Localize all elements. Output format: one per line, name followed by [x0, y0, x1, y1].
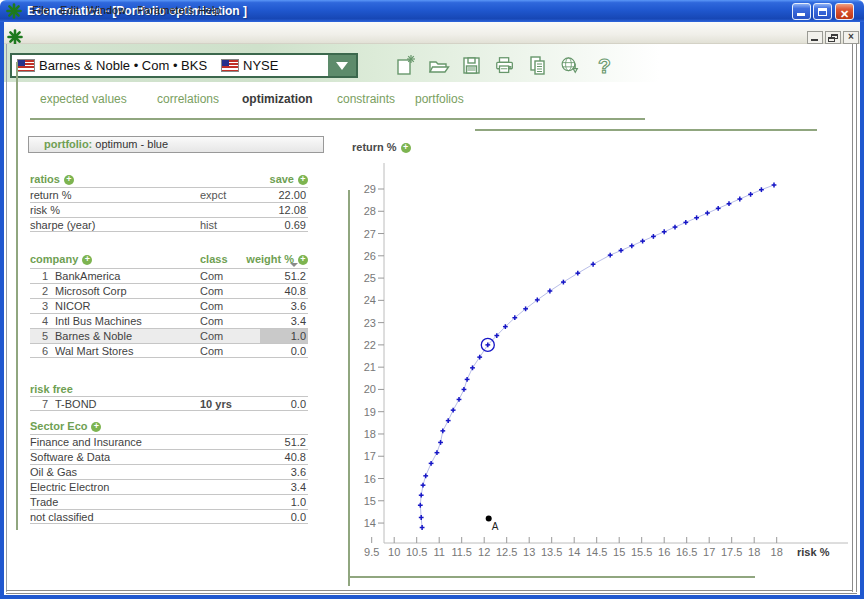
company-row[interactable]: 1BankAmericaCom51.2: [30, 268, 308, 283]
tab-portfolios[interactable]: portfolios: [415, 92, 464, 106]
stock-dropdown-button[interactable]: [328, 55, 356, 76]
company-title: company: [30, 253, 78, 265]
ratio-label: risk %: [30, 204, 200, 216]
open-button[interactable]: [428, 54, 450, 78]
save-button[interactable]: [461, 54, 483, 78]
ratios-row[interactable]: return %expct22.00: [30, 187, 308, 202]
minimize-button[interactable]: [792, 3, 811, 20]
add-icon[interactable]: [64, 175, 74, 185]
window-border-left: [0, 22, 4, 599]
weight-header[interactable]: weight %: [246, 253, 294, 265]
x-tick-label: 17: [703, 546, 715, 558]
company-weight: 40.8: [260, 284, 308, 298]
y-tick-label: 19: [364, 406, 376, 418]
us-flag-icon: [17, 59, 35, 72]
sector-name: Trade: [30, 496, 246, 508]
company-row[interactable]: 5Barnes & NobleCom1.0: [30, 328, 308, 343]
instrument-name: T-BOND: [55, 398, 200, 410]
tab-optimization[interactable]: optimization: [242, 92, 313, 106]
row-number: 2: [30, 285, 48, 297]
minimize-icon: [811, 39, 818, 41]
mdi-border-left: [6, 44, 7, 592]
window-border-bottom: [0, 595, 864, 599]
menu-file[interactable]: File: [32, 4, 50, 16]
row-number: 3: [30, 300, 48, 312]
company-name: Intl Bus Machines: [55, 315, 200, 327]
svg-text:?: ?: [598, 54, 611, 77]
ratio-value: 22.00: [260, 188, 308, 202]
tab-correlations[interactable]: correlations: [157, 92, 219, 106]
sector-weight: 0.0: [246, 511, 308, 523]
x-tick-label: 12: [478, 546, 490, 558]
y-tick-label: 17: [364, 450, 376, 462]
y-tick-label: 26: [364, 250, 376, 262]
window-border-right: [860, 22, 864, 599]
tab-constraints[interactable]: constraints: [337, 92, 395, 106]
sector-weight: 3.6: [246, 466, 308, 478]
sector-row[interactable]: not classified0.0: [30, 509, 308, 524]
x-tick-label: 10: [388, 546, 400, 558]
company-class: Com: [200, 270, 260, 282]
toolbar-icons: ?: [395, 54, 615, 78]
company-class: Com: [200, 315, 260, 327]
sector-weight: 1.0: [246, 496, 308, 508]
menu-parameters[interactable]: Parameters: [137, 4, 194, 16]
print-button[interactable]: [494, 54, 516, 78]
chevron-down-icon: [336, 62, 348, 70]
menu-help[interactable]: Help: [198, 4, 221, 16]
company-row[interactable]: 4Intl Bus MachinesCom3.4: [30, 313, 308, 328]
ratios-row[interactable]: sharpe (year)hist0.69: [30, 217, 308, 232]
sector-row[interactable]: Finance and Insurance51.2: [30, 434, 308, 449]
mdi-minimize-button[interactable]: [807, 31, 823, 44]
ratio-basis: expct: [200, 189, 260, 201]
export-globe-button[interactable]: [560, 54, 582, 78]
company-weight: 1.0: [260, 329, 308, 343]
x-tick-label: 15.5: [631, 546, 652, 558]
close-button[interactable]: ✕: [835, 3, 854, 20]
new-portfolio-button[interactable]: [395, 54, 417, 78]
save-link[interactable]: save: [270, 173, 294, 185]
mdi-close-button[interactable]: ×: [843, 31, 859, 44]
menu-edit[interactable]: Edit: [60, 4, 79, 16]
add-icon[interactable]: [82, 255, 92, 265]
sort-descending-icon[interactable]: [290, 263, 298, 267]
frontier-points: [418, 183, 777, 530]
company-row[interactable]: 6Wal Mart StoresCom0.0: [30, 343, 308, 358]
efficient-frontier-chart[interactable]: 141516171819202122232425262728299.51010.…: [345, 135, 860, 590]
portfolio-bar[interactable]: portfolio: optimum - blue: [28, 136, 324, 153]
stock-selector[interactable]: Barnes & Noble • Com • BKS NYSE: [10, 53, 358, 78]
add-icon[interactable]: [298, 255, 308, 265]
copy-button[interactable]: [527, 54, 549, 78]
company-row[interactable]: 3NICORCom3.6: [30, 298, 308, 313]
reference-point-label: A: [492, 521, 499, 532]
x-tick-label: 9.5: [364, 546, 379, 558]
sector-row[interactable]: Software & Data40.8: [30, 449, 308, 464]
tab-expected-values[interactable]: expected values: [40, 92, 127, 106]
us-flag-icon: [221, 59, 239, 72]
ratios-table: ratios save return %expct22.00risk %12.0…: [30, 171, 308, 232]
row-number: 5: [30, 330, 48, 342]
company-name: Barnes & Noble: [55, 330, 200, 342]
add-icon[interactable]: [91, 422, 101, 432]
sector-row[interactable]: Electric Electron3.4: [30, 479, 308, 494]
add-icon[interactable]: [298, 175, 308, 185]
menu-window[interactable]: Window: [87, 4, 126, 16]
maximize-button[interactable]: [813, 3, 832, 20]
mdi-restore-button[interactable]: [825, 31, 841, 44]
y-tick-label: 29: [364, 183, 376, 195]
frontier-line: [420, 185, 774, 528]
ratio-value: 12.08: [260, 203, 308, 217]
company-weight: 3.6: [260, 299, 308, 313]
ratios-row[interactable]: risk %12.08: [30, 202, 308, 217]
risk-free-title: risk free: [30, 383, 73, 395]
sector-weight: 51.2: [246, 436, 308, 448]
sector-name: Oil & Gas: [30, 466, 246, 478]
company-row[interactable]: 2Microsoft CorpCom40.8: [30, 283, 308, 298]
sector-row[interactable]: Trade1.0: [30, 494, 308, 509]
risk-free-row[interactable]: 7T-BOND10 yrs0.0: [30, 396, 308, 411]
tab-underline: [30, 118, 645, 120]
company-header: company class weight %: [30, 249, 308, 268]
sector-row[interactable]: Oil & Gas3.6: [30, 464, 308, 479]
company-name: NICOR: [55, 300, 200, 312]
help-button[interactable]: ?: [593, 54, 615, 78]
